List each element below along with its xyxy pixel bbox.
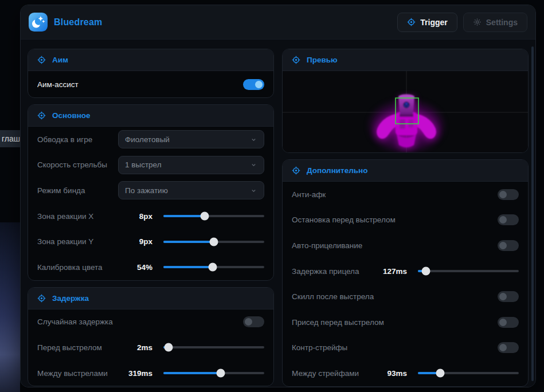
- settings-row: Зона реакции X8px: [28, 203, 273, 229]
- settings-row: Случайная задержка: [28, 309, 273, 335]
- app-logo: Bluedream: [29, 13, 103, 32]
- trigger-button-label: Trigger: [420, 18, 447, 27]
- settings-row: Между выстрелами319ms: [28, 360, 273, 386]
- toggle-switch[interactable]: [498, 189, 519, 200]
- slider-thumb[interactable]: [164, 343, 173, 352]
- moon-sparkles-icon: [29, 13, 48, 32]
- settings-content: АимАим-ассистОсновноеОбводка в игреФиоле…: [21, 40, 535, 387]
- slider[interactable]: [418, 372, 519, 374]
- dropdown-value: 1 выстрел: [125, 160, 162, 169]
- toggle-switch[interactable]: [498, 240, 519, 251]
- card-header-additional: Дополнительно: [283, 160, 528, 182]
- card-preview: Превью: [282, 49, 529, 153]
- toggle-knob: [499, 293, 507, 300]
- target-scope-icon: [407, 18, 416, 26]
- row-label: Аим-ассист: [37, 80, 243, 89]
- card-header-preview: Превью: [283, 49, 528, 71]
- dropdown[interactable]: По зажатию: [118, 181, 264, 199]
- slider-thumb[interactable]: [201, 212, 209, 221]
- titlebar: Bluedream Trigger Settings: [21, 5, 535, 40]
- slider-thumb[interactable]: [422, 267, 430, 276]
- slider-value: 93ms: [370, 369, 407, 378]
- slider[interactable]: [418, 270, 519, 272]
- card-body-aim: Аим-ассист: [28, 71, 273, 97]
- left-column: АимАим-ассистОсновноеОбводка в игреФиоле…: [28, 49, 274, 387]
- card-header-main: Основное: [28, 105, 273, 127]
- card-title-additional: Дополнительно: [307, 166, 368, 175]
- card-main: ОсновноеОбводка в игреФиолетовыйСкорость…: [28, 104, 274, 281]
- row-label: Перед выстрелом: [37, 343, 116, 352]
- row-label: Скилл после выстрела: [292, 292, 498, 301]
- slider[interactable]: [163, 215, 264, 217]
- toggle-knob: [499, 344, 507, 351]
- slider-value: 8px: [116, 212, 152, 221]
- row-label: Контр-стрейфы: [292, 343, 498, 352]
- right-column: Превью: [282, 49, 529, 387]
- slider[interactable]: [163, 346, 264, 348]
- settings-row: Контр-стрейфы: [283, 335, 528, 361]
- toggle-switch[interactable]: [498, 342, 519, 353]
- row-label: Задержка прицела: [292, 267, 370, 276]
- toggle-switch[interactable]: [498, 214, 519, 225]
- slider[interactable]: [163, 266, 264, 268]
- row-label: Анти-афк: [292, 190, 498, 199]
- gear-icon: [473, 18, 482, 26]
- settings-row: Авто-прицеливание: [283, 233, 528, 258]
- row-label: Зона реакции Y: [37, 237, 116, 246]
- card-aim: АимАим-ассист: [28, 49, 274, 98]
- target-scope-icon: [292, 166, 300, 175]
- slider-thumb[interactable]: [436, 369, 444, 378]
- slider-thumb[interactable]: [210, 237, 218, 246]
- toggle-knob: [245, 318, 252, 326]
- settings-row: Режим биндаПо зажатию: [28, 178, 273, 203]
- card-body-delay: Случайная задержкаПеред выстрелом2msМежд…: [28, 309, 273, 386]
- toggle-switch[interactable]: [498, 317, 519, 328]
- settings-row: Остановка перед выстрелом: [283, 207, 528, 233]
- toggle-switch[interactable]: [498, 291, 519, 302]
- slider-value: 127ms: [370, 267, 407, 276]
- slider-value: 54%: [116, 263, 152, 272]
- target-scope-icon: [37, 111, 46, 120]
- slider-value: 9px: [116, 237, 152, 246]
- settings-row: Обводка в игреФиолетовый: [28, 127, 273, 152]
- slider-fill: [163, 241, 214, 243]
- slider-value: 319ms: [116, 369, 152, 378]
- toggle-knob: [499, 191, 507, 198]
- chevron-down-icon: [250, 136, 257, 143]
- dropdown[interactable]: Фиолетовый: [118, 130, 264, 148]
- row-label: Зона реакции X: [37, 212, 116, 221]
- slider[interactable]: [163, 241, 264, 243]
- settings-row: Скорость стрельбы1 выстрел: [28, 152, 273, 178]
- slider-value: 2ms: [116, 343, 152, 352]
- toggle-switch[interactable]: [243, 79, 264, 90]
- trigger-button[interactable]: Trigger: [397, 13, 457, 32]
- chevron-down-icon: [250, 161, 257, 168]
- target-scope-icon: [37, 56, 46, 64]
- card-title-delay: Задержка: [52, 294, 89, 303]
- dropdown-value: Фиолетовый: [125, 135, 170, 144]
- preview-scene: [283, 71, 528, 152]
- slider-thumb[interactable]: [217, 369, 225, 378]
- toggle-switch[interactable]: [243, 316, 264, 327]
- card-header-aim: Аим: [28, 49, 273, 71]
- row-label: Случайная задержка: [37, 317, 243, 326]
- card-title-main: Основное: [52, 111, 91, 120]
- settings-row: Скилл после выстрела: [283, 284, 528, 309]
- dropdown[interactable]: 1 выстрел: [118, 156, 264, 174]
- settings-row: Зона реакции Y9px: [28, 229, 273, 254]
- settings-row: Анти-афк: [283, 182, 528, 207]
- settings-button[interactable]: Settings: [463, 13, 527, 32]
- background-window-text: глаш: [0, 130, 20, 147]
- target-scope-icon: [37, 294, 46, 303]
- slider-thumb[interactable]: [209, 263, 217, 272]
- scrollbar[interactable]: [531, 46, 534, 381]
- slider-fill: [163, 372, 221, 374]
- header-actions: Trigger Settings: [397, 13, 527, 32]
- dropdown-value: По зажатию: [125, 186, 168, 195]
- settings-row: Перед выстрелом2ms: [28, 335, 273, 360]
- toggle-knob: [499, 242, 507, 249]
- slider[interactable]: [163, 372, 264, 374]
- main-window: Bluedream Trigger Settings АимАим-ассист…: [20, 5, 536, 387]
- row-label: Между выстрелами: [37, 369, 116, 378]
- slider-fill: [163, 215, 205, 217]
